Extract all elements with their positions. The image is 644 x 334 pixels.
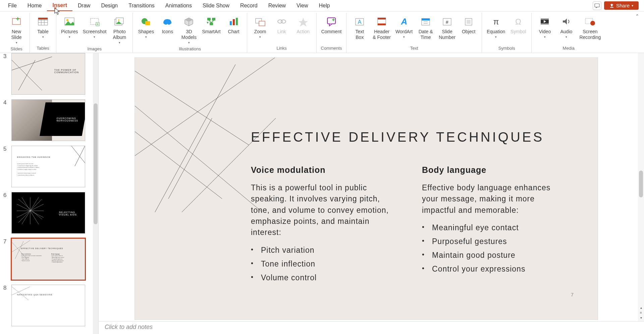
smartart-button[interactable]: SmartArt [201, 15, 221, 35]
action-label: Action [297, 29, 310, 35]
ribbon-collapse-icon[interactable]: ⌃ [635, 13, 639, 19]
zoom-button[interactable]: Zoom▾ [251, 15, 269, 40]
slide-thumb-8[interactable]: 8NAVIGATING Q&A SESSIONS [3, 285, 91, 326]
svg-text:Ω: Ω [515, 17, 521, 26]
menu-design[interactable]: Design [96, 1, 123, 11]
left-paragraph: This is a powerful tool in public speaki… [251, 182, 392, 238]
pictures-button[interactable]: Pictures▾ [60, 15, 79, 40]
bullet-item: Purposeful gestures [422, 237, 563, 246]
screen-recording-button[interactable]: Screen Recording [579, 15, 601, 41]
new-slide-icon [10, 15, 23, 28]
video-button[interactable]: Video▾ [536, 15, 554, 40]
ribbon-group-text: AText BoxHeader & FooterAWordArt▾Date & … [346, 13, 482, 53]
slide-thumb-3[interactable]: 3THE POWER OF COMMUNICATION [3, 53, 91, 95]
symbol-icon: Ω [512, 15, 525, 28]
right-column[interactable]: Body language Effective body language en… [422, 165, 563, 278]
slide-number-icon: # [440, 15, 454, 28]
svg-rect-43 [422, 18, 430, 20]
header-footer-button[interactable]: Header & Footer [372, 15, 391, 41]
left-subhead: Voice modulation [251, 165, 392, 175]
menu-insert[interactable]: Insert [47, 0, 72, 11]
menu-record[interactable]: Record [235, 1, 263, 11]
slide-thumb-4[interactable]: 4OVERCOMING NERVOUSNESS [3, 99, 91, 141]
svg-rect-26 [230, 21, 232, 25]
slide-title[interactable]: EFFECTIVE DELIVERY TECHNIQUES [251, 130, 544, 145]
screenshot-button[interactable]: Screenshot▾ [82, 15, 107, 40]
fit-mid-icon[interactable]: ≡ [639, 311, 643, 316]
menu-help[interactable]: Help [314, 1, 335, 11]
ribbon: ⌃ New Slide▾SlidesTable▾TablesPictures▾S… [0, 11, 644, 53]
shapes-button[interactable]: Shapes▾ [137, 15, 155, 40]
menu-review[interactable]: Review [263, 1, 291, 11]
ribbon-group-label: Media [563, 44, 575, 53]
slide-canvas[interactable]: EFFECTIVE DELIVERY TECHNIQUES Voice modu… [135, 58, 598, 320]
comments-toggle-icon[interactable] [593, 1, 601, 10]
text-box-button[interactable]: AText Box [351, 15, 369, 41]
table-label: Table [37, 29, 48, 35]
menu-file[interactable]: File [3, 1, 22, 11]
chart-button[interactable]: Chart [225, 15, 243, 35]
header-footer-label: Header & Footer [373, 29, 391, 40]
chevron-down-icon: ▾ [42, 35, 44, 39]
slide-thumb-5[interactable]: 5ENGAGING THE AUDIENCELorem ipsum dolor … [3, 146, 91, 187]
right-paragraph: Effective body language enhances your me… [422, 182, 563, 216]
audio-button[interactable]: Audio▾ [557, 15, 575, 40]
menu-slideshow[interactable]: Slide Show [197, 1, 235, 11]
comment-button[interactable]: Comment [321, 15, 342, 35]
chevron-down-icon: ▾ [145, 35, 147, 39]
editor-scrollbar[interactable] [638, 53, 644, 321]
fit-up-icon[interactable]: ▴ [639, 306, 643, 311]
ribbon-group-media: Video▾Audio▾Screen RecordingMedia [532, 13, 605, 53]
editor: EFFECTIVE DELIVERY TECHNIQUES Voice modu… [99, 53, 644, 334]
canvas-area[interactable]: EFFECTIVE DELIVERY TECHNIQUES Voice modu… [99, 53, 644, 321]
table-button[interactable]: Table▾ [34, 15, 52, 40]
slide-number-button[interactable]: #Slide Number [438, 15, 456, 41]
slide-thumb-6[interactable]: 6SELECTING VISUAL AIDS [3, 192, 91, 234]
equation-button[interactable]: πEquation▾ [486, 15, 506, 40]
svg-line-71 [12, 240, 30, 252]
photo-album-button[interactable]: Photo Album▾ [110, 15, 128, 45]
slidepanel-scrollbar[interactable] [93, 53, 98, 334]
svg-line-58 [12, 57, 52, 70]
object-button[interactable]: Object [460, 15, 478, 35]
menu-draw[interactable]: Draw [72, 1, 96, 11]
ribbon-group-links: Zoom▾LinkActionLinks [247, 13, 317, 53]
wordart-button[interactable]: AWordArt▾ [395, 15, 413, 40]
menu-view[interactable]: View [291, 1, 313, 11]
left-column[interactable]: Voice modulation This is a powerful tool… [251, 165, 392, 287]
svg-rect-49 [467, 20, 471, 24]
audio-icon [559, 15, 573, 28]
date-time-label: Date & Time [419, 29, 433, 40]
icons-button[interactable]: Icons [158, 15, 176, 35]
wordart-icon: A [397, 15, 411, 28]
menu-home[interactable]: Home [22, 1, 47, 11]
ribbon-group-slides: New Slide▾Slides [3, 13, 30, 53]
main-area: ▴ 3THE POWER OF COMMUNICATION4OVERCOMING… [0, 53, 644, 334]
new-slide-button[interactable]: New Slide▾ [7, 15, 25, 45]
screen-recording-icon [583, 15, 597, 28]
3d-models-button[interactable]: 3D Models▾ [180, 15, 198, 45]
slide-thumb-7[interactable]: 7EFFECTIVE DELIVERY TECHNIQUESVoice modu… [3, 238, 91, 280]
object-label: Object [462, 29, 475, 35]
date-time-button[interactable]: Date & Time [417, 15, 435, 41]
fit-down-icon[interactable]: ▾ [639, 316, 643, 321]
chevron-down-icon: ▾ [16, 41, 17, 45]
svg-rect-1 [610, 7, 613, 8]
svg-rect-10 [38, 18, 48, 19]
ribbon-group-label: Symbols [498, 44, 515, 53]
svg-line-81 [168, 118, 212, 199]
notes-pane[interactable]: Click to add notes [99, 321, 644, 334]
svg-rect-24 [212, 18, 215, 20]
header-footer-icon [375, 15, 388, 28]
bullet-item: Tone inflection [251, 259, 392, 269]
svg-rect-21 [145, 21, 150, 25]
chevron-down-icon: ▾ [119, 41, 120, 45]
text-box-icon: A [353, 15, 366, 28]
share-button[interactable]: Share ▾ [604, 1, 639, 10]
svg-point-32 [281, 20, 286, 23]
zoom-icon [254, 15, 267, 28]
chart-icon [227, 15, 240, 28]
menu-transitions[interactable]: Transitions [123, 1, 160, 11]
menu-animations[interactable]: Animations [160, 1, 197, 11]
svg-rect-23 [207, 18, 211, 20]
